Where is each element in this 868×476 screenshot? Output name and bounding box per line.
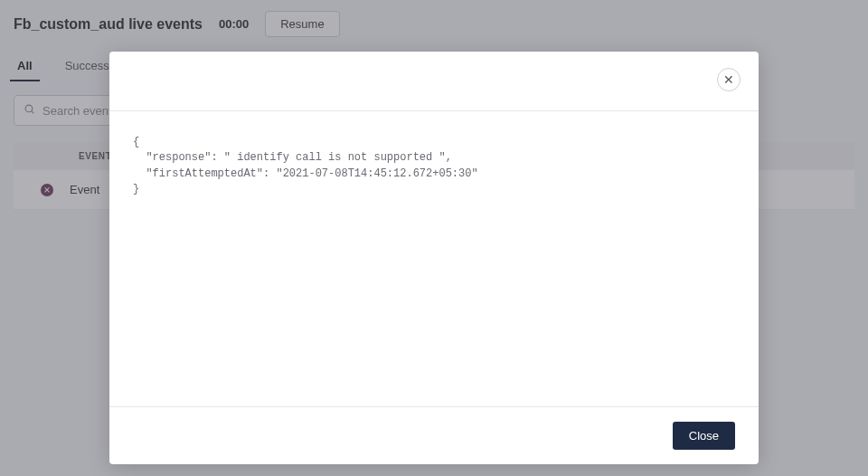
close-button[interactable]: Close (673, 422, 735, 450)
close-icon: ✕ (723, 73, 734, 86)
modal-body: { "response": " identify call is not sup… (109, 111, 759, 406)
modal-header (109, 52, 759, 111)
response-modal: ✕ { "response": " identify call is not s… (109, 52, 759, 464)
modal-close-button[interactable]: ✕ (717, 68, 741, 91)
modal-overlay: ✕ { "response": " identify call is not s… (0, 0, 868, 476)
modal-footer: Close (109, 406, 759, 464)
